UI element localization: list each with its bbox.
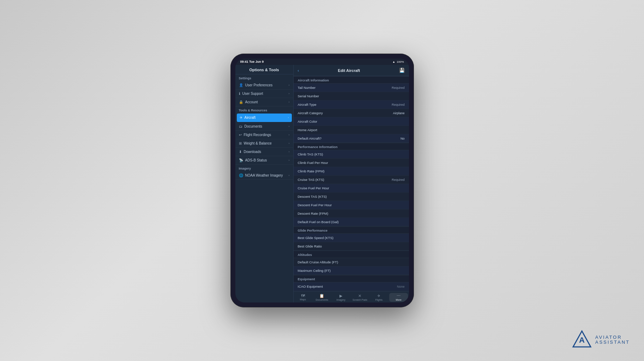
right-panel-title: Edit Aircraft [338, 68, 360, 73]
chevron-icon: › [289, 125, 290, 128]
sidebar-item-account[interactable]: 🔒 Account › [235, 98, 293, 106]
tab-scratch-pads[interactable]: ✕ Scratch Pads [350, 293, 369, 302]
brand-name: AVIATOR ASSISTANT [595, 335, 630, 345]
form-scroll-area[interactable]: Aircraft Information Tail Number Require… [294, 76, 409, 291]
adsb-icon: 📡 [239, 158, 243, 162]
sidebar-item-documents[interactable]: 🗂 Documents › [235, 122, 293, 131]
form-row-cruise-tas[interactable]: Cruise TAS (KTS) Required [294, 176, 409, 184]
serial-number-label: Serial Number [298, 94, 319, 98]
form-row-climb-fuel[interactable]: Climb Fuel Per Hour [294, 159, 409, 167]
sidebar-item-aircraft[interactable]: ✈ Aircraft › [237, 114, 292, 122]
aviator-logo-icon: A [571, 329, 592, 350]
form-row-descent-tas[interactable]: Descent TAS (KTS) [294, 192, 409, 201]
tail-number-value: Required [392, 86, 405, 90]
form-row-cruise-fuel[interactable]: Cruise Fuel Per Hour [294, 184, 409, 192]
user-prefs-label: User Preferences [245, 83, 273, 87]
section-glide-performance: Glide Performance [294, 226, 409, 234]
icao-equipment-label: ICAO Equipment [298, 284, 323, 288]
form-row-default-fuel[interactable]: Default Fuel on Board (Gal) [294, 218, 409, 226]
tab-more[interactable]: ⋯ More [389, 293, 408, 302]
descent-fuel-label: Descent Fuel Per Hour [298, 203, 332, 207]
default-fuel-label: Default Fuel on Board (Gal) [298, 220, 339, 224]
chevron-icon: › [289, 159, 290, 162]
account-label: Account [245, 100, 258, 104]
sidebar-item-downloads[interactable]: ⬇ Downloads › [235, 148, 293, 156]
chevron-icon: › [288, 116, 289, 119]
downloads-label: Downloads [244, 150, 261, 154]
documents-icon: 🗂 [239, 124, 242, 128]
aircraft-color-label: Aircraft Color [298, 120, 317, 123]
ipad-screen: 09:41 Tue Jun 9 ▲ 100% Options & Tools S… [235, 59, 409, 302]
adsb-label: ADS-B Status [245, 158, 267, 162]
form-row-climb-rate[interactable]: Climb Rate (FPM) [294, 167, 409, 176]
form-row-home-airport[interactable]: Home Airport [294, 126, 409, 134]
tab-maps[interactable]: 🗺 Maps [294, 293, 313, 302]
form-row-best-glide-speed[interactable]: Best Glide Speed (KTS) [294, 234, 409, 242]
sidebar-item-user-preferences[interactable]: 👤 User Preferences › [235, 81, 293, 90]
ipad-device: 09:41 Tue Jun 9 ▲ 100% Options & Tools S… [230, 54, 414, 307]
aircraft-category-label: Aircraft Category [298, 111, 323, 115]
sidebar-item-weight-balance[interactable]: ⊞ Weight & Balance › [235, 139, 293, 148]
max-ceiling-label: Maximum Ceiling (FT) [298, 269, 331, 273]
status-bar: 09:41 Tue Jun 9 ▲ 100% [235, 59, 409, 65]
save-button[interactable]: 💾 [399, 68, 405, 73]
wifi-icon: ▲ [392, 60, 395, 63]
section-altitudes: Altitudes [294, 251, 409, 258]
climb-fuel-label: Climb Fuel Per Hour [298, 161, 328, 165]
tab-bar: 🗺 Maps 📋 Documents ▶ Imagery ✕ Scratch P… [294, 291, 409, 302]
default-aircraft-value: No [401, 137, 405, 140]
form-row-max-ceiling[interactable]: Maximum Ceiling (FT) [294, 267, 409, 275]
tail-number-label: Tail Number [298, 86, 316, 90]
descent-rate-label: Descent Rate (FPM) [298, 212, 329, 215]
tab-imagery[interactable]: ▶ Imagery [331, 293, 350, 302]
documents-tab-label: Documents [316, 299, 328, 301]
sidebar-item-adsb[interactable]: 📡 ADS-B Status › [235, 156, 293, 165]
tab-documents[interactable]: 📋 Documents [312, 293, 331, 302]
brand-logo: A AVIATOR ASSISTANT [571, 329, 630, 350]
form-row-default-aircraft[interactable]: Default Aircraft? No [294, 134, 409, 143]
sidebar-item-noaa[interactable]: 🌐 NOAA Weather Imagery › [235, 171, 293, 180]
form-row-aircraft-type[interactable]: Aircraft Type Required [294, 100, 409, 109]
documents-label: Documents [245, 124, 263, 128]
app-container: Options & Tools Settings 👤 User Preferen… [235, 65, 409, 302]
maps-tab-icon: 🗺 [301, 294, 305, 298]
left-panel: Options & Tools Settings 👤 User Preferen… [235, 65, 294, 302]
form-row-descent-fuel[interactable]: Descent Fuel Per Hour [294, 201, 409, 209]
user-support-icon: ℹ [239, 92, 240, 96]
downloads-icon: ⬇ [239, 150, 242, 154]
sidebar-item-flight-recordings[interactable]: ↩ Flight Recordings › [235, 131, 293, 139]
form-row-default-cruise-alt[interactable]: Default Cruise Altitude (FT) [294, 258, 409, 267]
chevron-icon: › [289, 92, 290, 95]
form-row-aircraft-color[interactable]: Aircraft Color [294, 117, 409, 126]
documents-tab-icon: 📋 [319, 294, 324, 298]
flight-recordings-label: Flight Recordings [244, 133, 271, 137]
cruise-tas-label: Cruise TAS (KTS) [298, 178, 324, 182]
chevron-icon: › [289, 100, 290, 104]
imagery-tab-icon: ▶ [339, 294, 342, 298]
chevron-icon: › [289, 133, 290, 136]
left-panel-title: Options & Tools [235, 65, 293, 74]
form-row-tail-number[interactable]: Tail Number Required [294, 84, 409, 92]
default-cruise-alt-label: Default Cruise Altitude (FT) [298, 260, 338, 264]
flights-tab-label: Flights [375, 299, 383, 301]
form-row-best-glide-ratio[interactable]: Best Glide Ratio [294, 242, 409, 251]
aircraft-type-label: Aircraft Type [298, 103, 317, 106]
form-row-descent-rate[interactable]: Descent Rate (FPM) [294, 209, 409, 218]
chevron-icon: › [289, 150, 290, 153]
settings-section-label: Settings [235, 74, 293, 81]
sidebar-item-user-support[interactable]: ℹ User Support › [235, 90, 293, 98]
form-row-climb-tas[interactable]: Climb TAS (KTS) [294, 150, 409, 159]
noaa-icon: 🌐 [239, 173, 243, 177]
form-row-aircraft-category[interactable]: Aircraft Category Airplane [294, 109, 409, 117]
back-button[interactable]: ‹ [298, 68, 299, 73]
form-row-icao-equipment[interactable]: ICAO Equipment None [294, 282, 409, 291]
icao-equipment-value: None [397, 285, 405, 288]
user-prefs-icon: 👤 [239, 83, 243, 87]
weight-balance-label: Weight & Balance [244, 141, 272, 145]
form-row-serial-number[interactable]: Serial Number [294, 92, 409, 100]
battery-icon: 100% [397, 60, 404, 63]
aircraft-icon: ✈ [240, 116, 242, 120]
best-glide-ratio-label: Best Glide Ratio [298, 244, 322, 248]
tab-flights[interactable]: ✈ Flights [369, 293, 389, 302]
tools-section-label: Tools & Resources [235, 106, 293, 113]
